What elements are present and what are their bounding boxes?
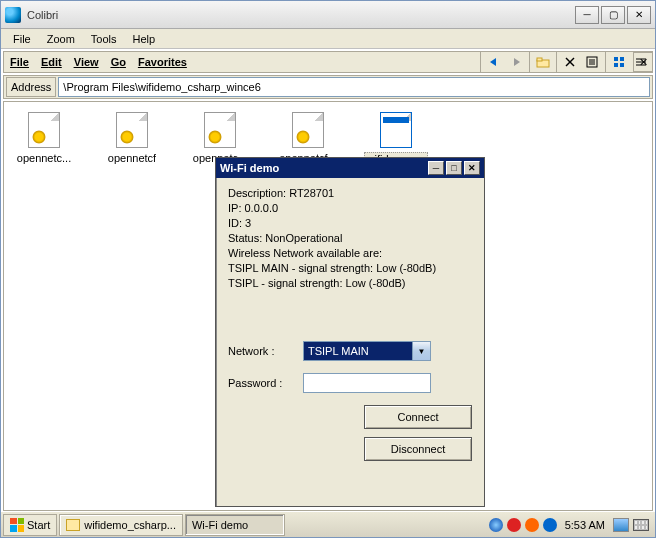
- svg-rect-12: [614, 63, 618, 67]
- clock[interactable]: 5:53 AM: [561, 519, 609, 531]
- app-icon: [5, 7, 21, 23]
- file-item[interactable]: opennetc...: [12, 112, 76, 166]
- exp-menu-favorites[interactable]: Favorites: [132, 54, 193, 70]
- wifi-close-button[interactable]: ✕: [464, 161, 480, 175]
- tray-app-icon[interactable]: [543, 518, 557, 532]
- file-icon: [204, 112, 236, 148]
- minimize-button[interactable]: ─: [575, 6, 599, 24]
- menu-tools[interactable]: Tools: [83, 31, 125, 47]
- back-button[interactable]: [483, 52, 505, 72]
- connect-button[interactable]: Connect: [364, 405, 472, 429]
- file-label: opennetcf: [108, 152, 156, 164]
- outer-menu: File Zoom Tools Help: [1, 29, 655, 49]
- exp-menu-view[interactable]: View: [68, 54, 105, 70]
- wifi-dialog: Wi-Fi demo ─ □ ✕ Description: RT28701 IP…: [215, 157, 485, 507]
- network-combo[interactable]: ▼: [303, 341, 431, 361]
- info-line: ID: 3: [228, 216, 472, 231]
- start-button[interactable]: Start: [3, 514, 57, 536]
- network-label: Network :: [228, 345, 303, 357]
- tray-alert-icon[interactable]: [525, 518, 539, 532]
- info-line: TSIPL MAIN - signal strength: Low (-80dB…: [228, 261, 472, 276]
- menu-file[interactable]: File: [5, 31, 39, 47]
- close-button[interactable]: ✕: [627, 6, 651, 24]
- folder-icon: [66, 519, 80, 531]
- wifi-body: Description: RT28701 IP: 0.0.0.0 ID: 3 S…: [216, 178, 484, 506]
- maximize-button[interactable]: ▢: [601, 6, 625, 24]
- file-item[interactable]: opennetcf: [100, 112, 164, 166]
- svg-rect-11: [620, 57, 624, 61]
- explorer: File Edit View Go Favorites ✕ Address: [1, 49, 655, 537]
- taskbar-label: Wi-Fi demo: [192, 519, 248, 531]
- svg-rect-13: [620, 63, 624, 67]
- wifi-titlebar[interactable]: Wi-Fi demo ─ □ ✕: [216, 158, 484, 178]
- outer-titlebar: Colibri ─ ▢ ✕: [1, 1, 655, 29]
- outer-window: Colibri ─ ▢ ✕ File Zoom Tools Help File …: [0, 0, 656, 538]
- exp-menu-file[interactable]: File: [4, 54, 35, 70]
- tray-status-icon[interactable]: [507, 518, 521, 532]
- menu-zoom[interactable]: Zoom: [39, 31, 83, 47]
- delete-button[interactable]: [559, 52, 581, 72]
- password-input[interactable]: [303, 373, 431, 393]
- file-icon: [28, 112, 60, 148]
- properties-button[interactable]: [581, 52, 603, 72]
- view-icons-button[interactable]: [608, 52, 630, 72]
- address-input[interactable]: [58, 77, 650, 97]
- app-icon: [380, 112, 412, 148]
- start-label: Start: [27, 519, 50, 531]
- up-folder-button[interactable]: [532, 52, 554, 72]
- file-area: opennetc... opennetcf opennetc... openne…: [3, 101, 653, 511]
- info-line: Description: RT28701: [228, 186, 472, 201]
- file-icon: [116, 112, 148, 148]
- svg-marker-0: [490, 58, 496, 66]
- svg-rect-10: [614, 57, 618, 61]
- taskbar-item[interactable]: wifidemo_csharp...: [59, 514, 183, 536]
- system-tray: 5:53 AM: [485, 518, 653, 532]
- info-line: Wireless Network available are:: [228, 246, 472, 261]
- window-controls: ─ ▢ ✕: [575, 6, 651, 24]
- exp-menu-go[interactable]: Go: [105, 54, 132, 70]
- wifi-info: Description: RT28701 IP: 0.0.0.0 ID: 3 S…: [228, 186, 472, 291]
- svg-marker-1: [514, 58, 520, 66]
- tray-network-icon[interactable]: [489, 518, 503, 532]
- outer-title: Colibri: [27, 9, 575, 21]
- explorer-menubar: File Edit View Go Favorites ✕: [3, 51, 653, 73]
- file-icon: [292, 112, 324, 148]
- wifi-maximize-button[interactable]: □: [446, 161, 462, 175]
- taskbar: Start wifidemo_csharp... Wi-Fi demo 5:53…: [1, 511, 655, 537]
- address-label: Address: [6, 77, 56, 97]
- taskbar-label: wifidemo_csharp...: [84, 519, 176, 531]
- windows-logo-icon: [10, 518, 24, 532]
- keyboard-icon[interactable]: [633, 519, 649, 531]
- svg-rect-3: [537, 58, 542, 61]
- menubar-close-button[interactable]: ✕: [633, 52, 653, 72]
- taskbar-item-active[interactable]: Wi-Fi demo: [185, 514, 285, 536]
- info-line: Status: NonOperational: [228, 231, 472, 246]
- password-label: Password :: [228, 377, 303, 389]
- info-line: TSIPL - signal strength: Low (-80dB): [228, 276, 472, 291]
- wifi-title: Wi-Fi demo: [220, 162, 426, 174]
- disconnect-button[interactable]: Disconnect: [364, 437, 472, 461]
- file-label: opennetc...: [17, 152, 71, 164]
- network-input[interactable]: [303, 341, 413, 361]
- exp-menu-edit[interactable]: Edit: [35, 54, 68, 70]
- menu-help[interactable]: Help: [125, 31, 164, 47]
- forward-button[interactable]: [505, 52, 527, 72]
- info-line: IP: 0.0.0.0: [228, 201, 472, 216]
- show-desktop-icon[interactable]: [613, 518, 629, 532]
- wifi-minimize-button[interactable]: ─: [428, 161, 444, 175]
- dropdown-icon[interactable]: ▼: [413, 341, 431, 361]
- address-bar: Address: [3, 75, 653, 99]
